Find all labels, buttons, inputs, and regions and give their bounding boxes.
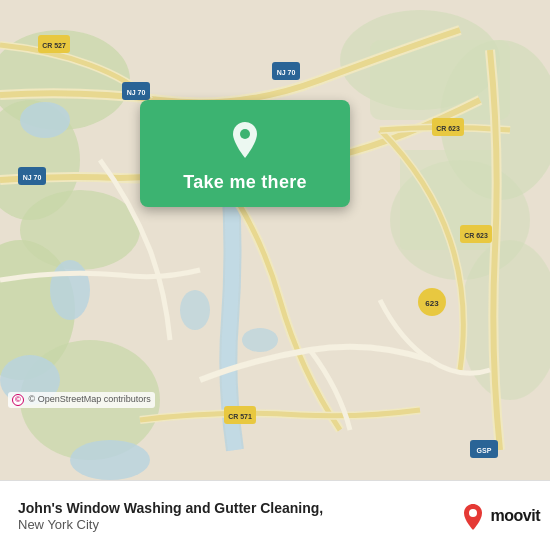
take-me-there-button[interactable]: Take me there xyxy=(183,172,307,193)
map-background: NJ 70 NJ 70 NJ 70 CR 527 CR 623 CR 623 6… xyxy=(0,0,550,480)
cta-overlay: Take me there xyxy=(140,100,350,207)
moovit-logo: moovit xyxy=(459,502,540,530)
moovit-pin-icon xyxy=(459,502,487,530)
svg-text:GSP: GSP xyxy=(477,447,492,454)
osm-icon: © xyxy=(12,394,24,406)
svg-text:NJ 70: NJ 70 xyxy=(127,89,146,96)
svg-text:623: 623 xyxy=(425,299,439,308)
location-pin-icon xyxy=(223,118,267,162)
svg-text:NJ 70: NJ 70 xyxy=(277,69,296,76)
osm-attribution: © © OpenStreetMap contributors xyxy=(8,392,155,408)
svg-text:CR 623: CR 623 xyxy=(464,232,488,239)
business-name: John's Window Washing and Gutter Cleanin… xyxy=(18,499,459,517)
svg-point-12 xyxy=(20,102,70,138)
map-container: NJ 70 NJ 70 NJ 70 CR 527 CR 623 CR 623 6… xyxy=(0,0,550,480)
business-location: New York City xyxy=(18,517,459,532)
svg-point-36 xyxy=(240,129,250,139)
svg-text:CR 623: CR 623 xyxy=(436,125,460,132)
moovit-text: moovit xyxy=(491,507,540,525)
svg-text:CR 527: CR 527 xyxy=(42,42,66,49)
svg-point-37 xyxy=(469,509,477,517)
svg-text:NJ 70: NJ 70 xyxy=(23,174,42,181)
attribution-text: © OpenStreetMap contributors xyxy=(29,394,151,404)
svg-point-15 xyxy=(70,440,150,480)
svg-point-17 xyxy=(242,328,278,352)
svg-point-13 xyxy=(50,260,90,320)
business-info: John's Window Washing and Gutter Cleanin… xyxy=(10,499,459,532)
svg-point-16 xyxy=(180,290,210,330)
bottom-bar: John's Window Washing and Gutter Cleanin… xyxy=(0,480,550,550)
svg-text:CR 571: CR 571 xyxy=(228,413,252,420)
